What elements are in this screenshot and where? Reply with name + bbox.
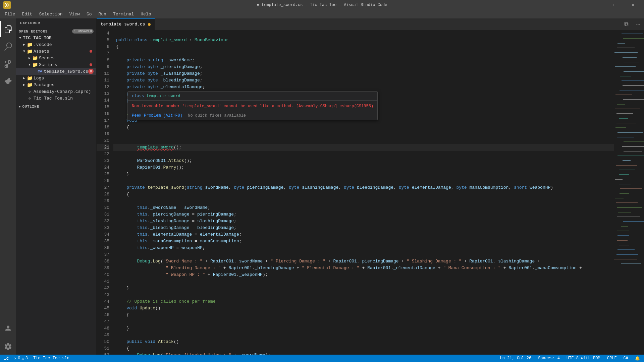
line-num-11: 11 [97, 77, 109, 84]
line-num-13: 13 [97, 90, 109, 97]
maximize-button[interactable]: □ [604, 0, 620, 10]
activity-settings[interactable] [0, 339, 16, 355]
line-num-18: 18 [97, 124, 109, 131]
menu-edit[interactable]: Edit [18, 11, 36, 17]
split-editor-button[interactable]: ⧉ [621, 18, 632, 30]
activity-source-control[interactable] [0, 56, 16, 72]
menu-terminal[interactable]: Terminal [110, 11, 137, 17]
code-line-4 [113, 30, 614, 37]
code-line-31: this._piercingDamage = piercingDamage; [113, 211, 614, 218]
unsaved-badge: 1 UNSAVED [72, 29, 94, 34]
code-line-50: public void Attack() [113, 339, 614, 345]
line-num-14: 14 [97, 97, 109, 104]
outline-label: OUTLINE [22, 105, 39, 109]
notifications-item[interactable]: 🔔 [634, 356, 641, 361]
folder-icon: 📁 [27, 75, 32, 81]
file-label: Tic Tac Toe.sln [34, 96, 95, 101]
line-num-40: 40 [97, 272, 109, 278]
titlebar-controls: ─ □ ✕ [584, 0, 641, 10]
indentation-item[interactable]: Spaces: 4 [537, 356, 561, 361]
code-line-19 [113, 131, 614, 137]
activity-extensions[interactable] [0, 73, 16, 89]
code-line-41 [113, 278, 614, 285]
tooltip-footer: Peek Problem (Alt+F8) No quick fixes ava… [128, 112, 377, 120]
code-line-45: void Update() [113, 305, 614, 312]
sidebar-item-vscode[interactable]: ▶ 📁 .vscode [16, 41, 96, 48]
line-num-37: 37 [97, 251, 109, 258]
editor-area: template_sword.cs ⧉ ⋯ 4 5 6 7 8 9 10 11 … [97, 18, 644, 355]
menu-go[interactable]: Go [83, 11, 95, 17]
sidebar-item-sln[interactable]: ▶ ⚙ Tic Tac Toe.sln [16, 95, 96, 102]
line-num-50: 50 [97, 339, 109, 345]
code-line-12: private byte _elementalDamage; [113, 84, 614, 90]
code-line-42: } [113, 285, 614, 292]
menu-run[interactable]: Run [95, 11, 109, 17]
code-area[interactable]: class template_sword Non-invocable membe… [113, 30, 614, 355]
code-line-8: private string _swordName; [113, 57, 614, 64]
activity-accounts[interactable] [0, 321, 16, 337]
minimize-button[interactable]: ─ [584, 0, 599, 10]
code-line-30: this._swordName = swordName; [113, 204, 614, 211]
cursor-position-item[interactable]: Ln 21, Col 26 [499, 356, 533, 361]
folder-icon: 📁 [32, 62, 38, 67]
sidebar-item-assembly[interactable]: ▶ ⚙ Assembly-CSharp.csproj [16, 88, 96, 95]
line-num-36: 36 [97, 245, 109, 251]
sidebar-item-scenes[interactable]: ▶ 📁 Scenes [16, 55, 96, 61]
hover-tooltip: class template_sword Non-invocable membe… [127, 91, 378, 120]
line-num-35: 35 [97, 238, 109, 245]
code-line-10: private byte _slashingDamage; [113, 70, 614, 77]
code-line-28: { [113, 191, 614, 198]
sidebar-item-logs[interactable]: ▶ 📁 Logs [16, 75, 96, 81]
code-line-27: private template_sword(string swordName,… [113, 184, 614, 191]
line-num-33: 33 [97, 225, 109, 231]
folder-label: Logs [34, 76, 95, 81]
error-count: 0 [18, 356, 20, 361]
sidebar-item-template-sword[interactable]: ▶ C# template_sword.cs 8 [16, 68, 96, 75]
sidebar-item-assets[interactable]: ▼ 📁 Assets [16, 48, 96, 55]
menu-selection[interactable]: Selection [36, 11, 66, 17]
more-actions-button[interactable]: ⋯ [632, 18, 644, 30]
menu-file[interactable]: File [1, 11, 18, 17]
menu-help[interactable]: Help [137, 11, 154, 17]
code-line-24: Rapier001.Parry(); [113, 164, 614, 171]
menu-view[interactable]: View [66, 11, 83, 17]
arrow-icon: ▶ [21, 76, 27, 80]
folder-label: Packages [34, 82, 95, 87]
code-line-51: { [113, 345, 614, 352]
branch-name-item[interactable]: Tic Tac Toe.sln [32, 356, 71, 361]
sidebar-item-project[interactable]: ▼ TIC TAC TOE [16, 35, 96, 41]
peek-problem-link[interactable]: Peek Problem (Alt+F8) [132, 113, 182, 118]
code-line-36: this._weaponHP = weaponHP; [113, 245, 614, 251]
outline-section[interactable]: ▶ OUTLINE [16, 103, 96, 110]
errors-item[interactable]: ✕ 0 ⚠ 3 [13, 356, 29, 361]
close-button[interactable]: ✕ [625, 0, 641, 10]
line-num-25: 25 [97, 171, 109, 178]
status-left: ⎇ ✕ 0 ⚠ 3 Tic Tac Toe.sln [3, 356, 71, 361]
activity-search[interactable] [0, 39, 16, 55]
code-line-35: this._manaComsumption = manaComsumption; [113, 238, 614, 245]
code-line-33: this._bleedingDamage = bleedingDamage; [113, 225, 614, 231]
encoding-item[interactable]: UTF-8 with BOM [565, 356, 602, 361]
sidebar-item-scripts[interactable]: ▼ 📁 Scripts [16, 61, 96, 68]
project-label: TIC TAC TOE [23, 36, 95, 41]
line-num-4: 4 [97, 30, 109, 37]
code-line-49 [113, 332, 614, 339]
folder-label: .vscode [34, 42, 95, 47]
line-num-51: 51 [97, 345, 109, 352]
code-line-21: template_sword(); [113, 144, 614, 151]
language-item[interactable]: C# [622, 356, 630, 361]
branch-item[interactable]: ⎇ [3, 356, 10, 361]
activity-explorer[interactable] [0, 21, 16, 37]
open-editors-section[interactable]: OPEN EDITORS 1 UNSAVED [16, 28, 96, 35]
language: C# [624, 356, 628, 361]
line-num-9: 9 [97, 64, 109, 70]
line-num-30: 30 [97, 204, 109, 211]
code-line-44: // Update is called once per frame [113, 298, 614, 305]
file-label: template_sword.cs [44, 69, 88, 74]
folder-label: Assets [34, 49, 90, 54]
sidebar-item-packages[interactable]: ▶ 📁 Packages [16, 81, 96, 88]
tab-template-sword[interactable]: template_sword.cs [97, 18, 155, 30]
app-icon [3, 1, 11, 9]
line-ending-item[interactable]: CRLF [606, 356, 618, 361]
line-num-34: 34 [97, 231, 109, 238]
